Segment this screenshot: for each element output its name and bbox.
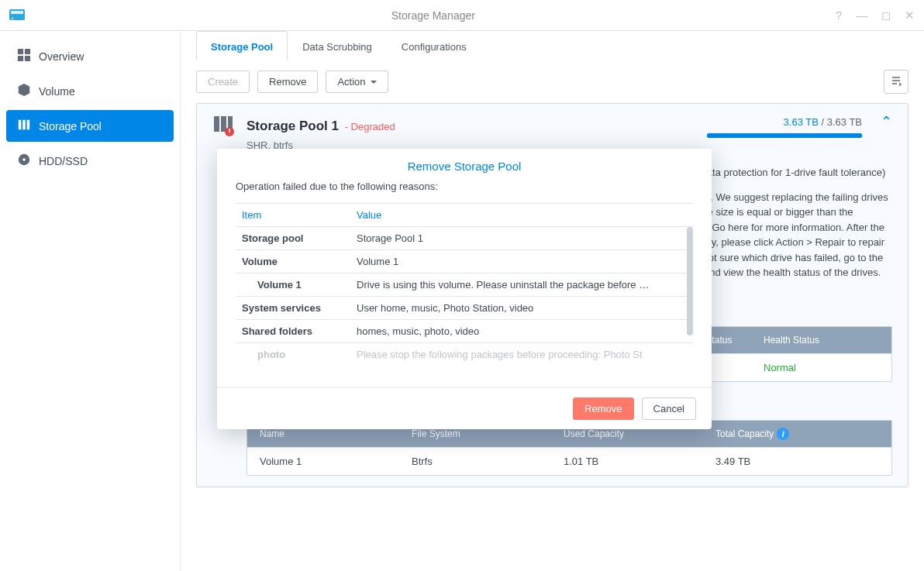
- dialog-remove-button[interactable]: Remove: [573, 397, 633, 420]
- tab-storage-pool[interactable]: Storage Pool: [196, 31, 288, 60]
- sidebar-item-storage-pool[interactable]: Storage Pool: [6, 110, 174, 142]
- svg-rect-3: [18, 49, 23, 54]
- chevron-up-icon[interactable]: ⌃: [881, 115, 892, 129]
- table-row[interactable]: Volume 1 Btrfs 1.01 TB 3.49 TB: [247, 447, 891, 475]
- tabs: Storage Pool Data Scrubbing Configuratio…: [181, 31, 924, 60]
- sidebar: Overview Volume Storage Pool HDD/SSD: [0, 31, 180, 571]
- dialog-message: Operation failed due to the following re…: [236, 181, 693, 192]
- remove-button[interactable]: Remove: [257, 71, 318, 93]
- pool-status: - Degraded: [342, 121, 395, 132]
- svg-point-11: [22, 158, 26, 161]
- svg-rect-4: [25, 49, 30, 54]
- dialog-cancel-button[interactable]: Cancel: [642, 397, 696, 420]
- svg-rect-5: [18, 56, 23, 61]
- info-icon[interactable]: i: [777, 428, 789, 440]
- svg-rect-9: [27, 120, 30, 130]
- maximize-icon[interactable]: ◻: [880, 7, 892, 24]
- sidebar-item-label: Volume: [39, 85, 75, 98]
- storage-pool-icon: [17, 118, 31, 134]
- svg-rect-6: [25, 56, 30, 61]
- create-button[interactable]: Create: [196, 71, 250, 93]
- hdd-icon: [17, 153, 31, 169]
- help-icon[interactable]: ?: [834, 7, 843, 24]
- sort-icon: [891, 77, 902, 88]
- sort-button[interactable]: [884, 70, 908, 94]
- app-icon: [8, 6, 26, 25]
- tab-configurations[interactable]: Configurations: [387, 31, 481, 60]
- sidebar-item-hdd-ssd[interactable]: HDD/SSD: [6, 145, 174, 177]
- svg-rect-12: [214, 116, 219, 132]
- tab-data-scrubbing[interactable]: Data Scrubbing: [288, 31, 387, 60]
- sidebar-item-overview[interactable]: Overview: [6, 40, 174, 72]
- svg-rect-7: [19, 120, 22, 130]
- pool-title: Storage Pool 1: [247, 119, 339, 133]
- overview-icon: [17, 48, 31, 64]
- sidebar-item-label: HDD/SSD: [39, 155, 88, 167]
- dialog-title: Remove Storage Pool: [217, 149, 712, 181]
- pool-icon: [212, 115, 236, 151]
- titlebar: Storage Manager ? — ◻ ✕: [0, 0, 924, 31]
- svg-rect-8: [22, 120, 26, 130]
- pool-capacity: 3.63 TB / 3.63 TB: [707, 115, 862, 138]
- sidebar-item-label: Storage Pool: [39, 120, 102, 132]
- volume-icon: [17, 83, 31, 99]
- svg-point-2: [12, 17, 13, 19]
- sidebar-item-label: Overview: [39, 50, 84, 63]
- window-title: Storage Manager: [33, 9, 834, 22]
- remove-storage-pool-dialog: Remove Storage Pool Operation failed due…: [217, 149, 712, 429]
- toolbar: Create Remove Action: [181, 60, 924, 103]
- scrollbar[interactable]: [687, 227, 693, 335]
- svg-rect-1: [11, 11, 23, 14]
- action-button[interactable]: Action: [326, 71, 388, 93]
- error-table: Item Value Storage poolStorage Pool 1 Vo…: [236, 203, 693, 366]
- sidebar-item-volume[interactable]: Volume: [6, 75, 174, 107]
- minimize-icon[interactable]: —: [854, 7, 869, 24]
- close-icon[interactable]: ✕: [903, 7, 916, 24]
